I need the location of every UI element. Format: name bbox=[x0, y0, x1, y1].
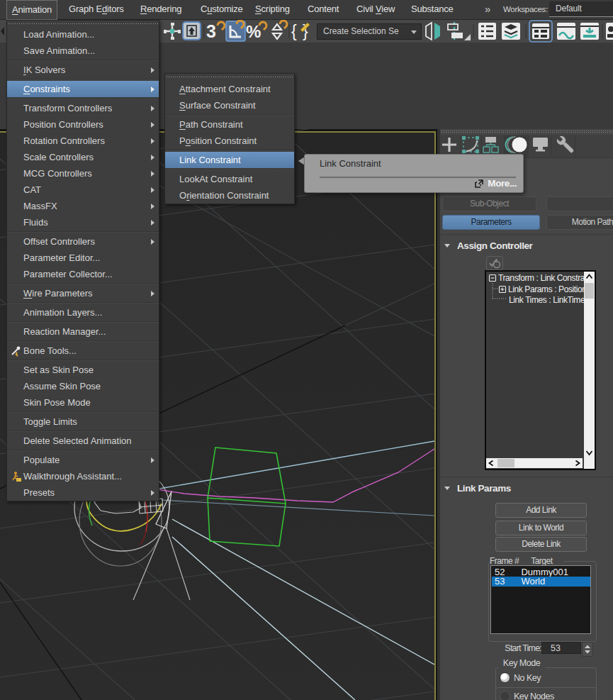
svg-text:3: 3 bbox=[206, 21, 216, 41]
svg-text:{: { bbox=[291, 22, 297, 40]
